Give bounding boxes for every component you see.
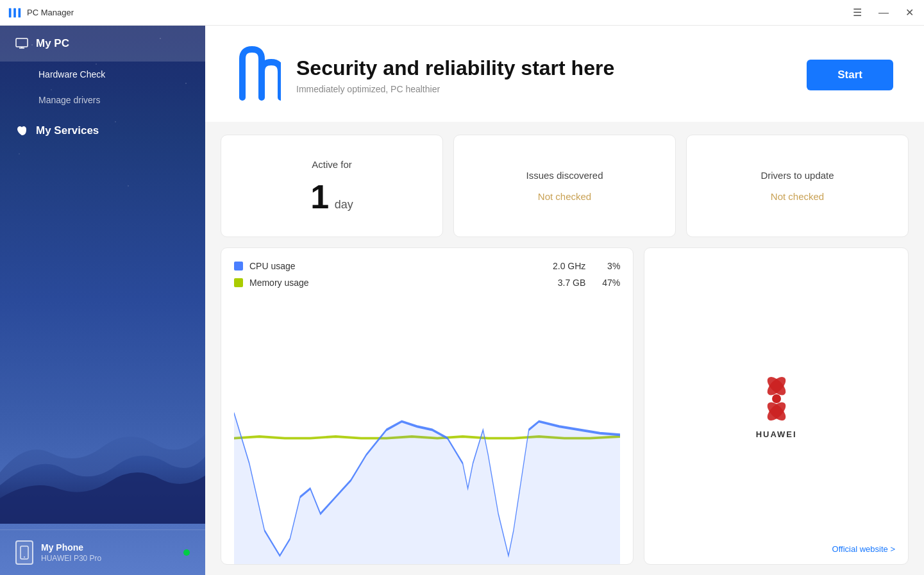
app-title: PC Manager (27, 8, 74, 17)
svg-point-5 (24, 556, 25, 558)
cpu-legend-item: CPU usage 2.0 GHz 3% (234, 261, 620, 271)
phone-icon (15, 540, 33, 565)
svg-rect-2 (19, 8, 21, 17)
chart-svg (234, 296, 620, 564)
mem-label: Memory usage (249, 278, 551, 288)
sidebar-item-my-services-label: My Services (36, 124, 99, 137)
bottom-row: CPU usage 2.0 GHz 3% Memory usage 3.7 GB… (205, 237, 924, 575)
svg-marker-6 (234, 413, 620, 564)
close-button[interactable]: ✕ (903, 5, 916, 21)
svg-rect-3 (16, 38, 28, 47)
phone-model-label: HUAWEI P30 Pro (41, 554, 176, 563)
hero-section: Security and reliability start here Imme… (205, 26, 924, 122)
chart-area (234, 296, 620, 564)
window-controls: ☰ — ✕ (850, 5, 916, 21)
sidebar-item-manage-drivers[interactable]: Manage drivers (0, 87, 205, 113)
huawei-logo-svg (751, 373, 802, 424)
active-value-container: 1 day (310, 180, 353, 213)
cpu-freq: 2.0 GHz (553, 261, 585, 271)
hero-left: Security and reliability start here Imme… (236, 46, 614, 104)
official-website-link[interactable]: Official website > (832, 544, 895, 554)
chart-legend: CPU usage 2.0 GHz 3% Memory usage 3.7 GB… (234, 261, 620, 288)
my-phone-section[interactable]: My Phone HUAWEI P30 Pro (0, 529, 205, 575)
sidebar: My PC Hardware Check Manage drivers My S… (0, 26, 205, 575)
issues-title: Issues discovered (526, 170, 603, 181)
drivers-title: Drivers to update (760, 170, 834, 181)
phone-info: My Phone HUAWEI P30 Pro (41, 542, 176, 563)
app-body: My PC Hardware Check Manage drivers My S… (0, 26, 924, 575)
stats-row: Active for 1 day Issues discovered Not c… (205, 122, 924, 237)
minimize-button[interactable]: — (876, 5, 891, 21)
hardware-check-label: Hardware Check (38, 69, 105, 79)
mem-val: 3.7 GB (558, 278, 586, 288)
hero-subtitle: Immediately optimized, PC healthier (296, 84, 614, 94)
manage-drivers-label: Manage drivers (38, 95, 101, 105)
mem-color-dot (234, 278, 243, 287)
sidebar-item-my-pc[interactable]: My PC (0, 26, 205, 62)
huawei-brand-name: HUAWEI (756, 429, 797, 439)
drivers-value: Not checked (771, 191, 824, 202)
app-logo-icon (8, 6, 22, 20)
cpu-label: CPU usage (249, 261, 546, 271)
svg-rect-0 (9, 8, 12, 17)
phone-name-label: My Phone (41, 542, 176, 553)
active-days-value: 1 (310, 178, 329, 215)
main-content: Security and reliability start here Imme… (205, 26, 924, 575)
huawei-logo-container: HUAWEI (751, 373, 802, 439)
mem-pct: 47% (597, 278, 620, 288)
mem-legend-item: Memory usage 3.7 GB 47% (234, 278, 620, 288)
sidebar-item-my-services[interactable]: My Services (0, 113, 205, 149)
monitor-icon (15, 37, 28, 50)
usage-chart-card: CPU usage 2.0 GHz 3% Memory usage 3.7 GB… (221, 247, 634, 565)
sidebar-navigation: My PC Hardware Check Manage drivers My S… (0, 26, 205, 529)
sidebar-item-hardware-check[interactable]: Hardware Check (0, 62, 205, 87)
cpu-color-dot (234, 262, 243, 271)
hero-text-block: Security and reliability start here Imme… (296, 56, 614, 94)
huawei-promo-card: HUAWEI Official website > (644, 247, 909, 565)
svg-point-11 (772, 394, 781, 403)
start-button[interactable]: Start (807, 60, 893, 90)
cpu-pct: 3% (597, 261, 620, 271)
heart-icon (15, 124, 28, 137)
sidebar-item-my-pc-label: My PC (36, 37, 69, 50)
active-days-unit: day (335, 198, 353, 211)
online-indicator (183, 549, 190, 556)
issues-value: Not checked (538, 191, 591, 202)
drivers-card: Drivers to update Not checked (686, 135, 909, 237)
issues-card: Issues discovered Not checked (453, 135, 676, 237)
hero-title: Security and reliability start here (296, 56, 614, 80)
app-logo-area: PC Manager (8, 6, 850, 20)
titlebar: PC Manager ☰ — ✕ (0, 0, 924, 26)
menu-button[interactable]: ☰ (850, 5, 864, 21)
active-for-card: Active for 1 day (221, 135, 443, 237)
mi-logo (236, 46, 281, 104)
active-for-title: Active for (312, 159, 352, 170)
svg-rect-1 (13, 8, 16, 17)
